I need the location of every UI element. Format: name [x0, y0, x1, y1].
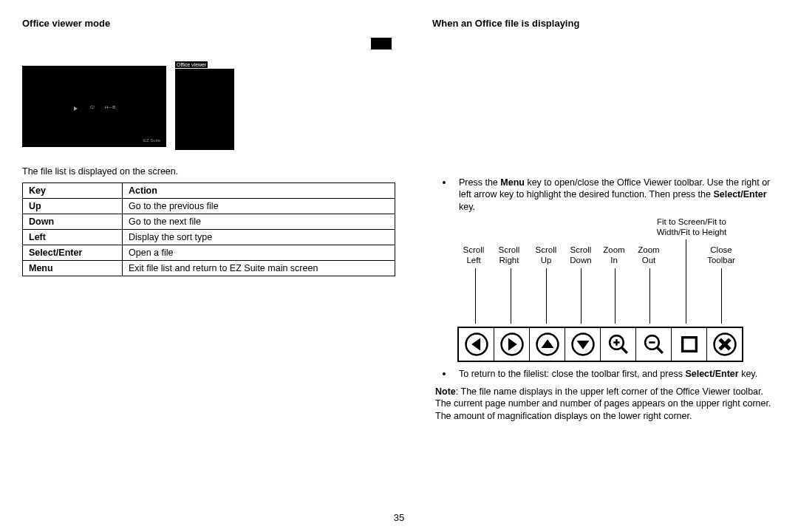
action-cell: Go to the next file [123, 214, 395, 230]
bullet-text: To return to the filelist: close the too… [459, 368, 757, 380]
label-scroll-up: ScrollUp [528, 245, 565, 266]
note-text: Note: The file name displays in the uppe… [435, 386, 776, 422]
connector-line [721, 268, 722, 324]
left-title: Office viewer mode [22, 18, 395, 29]
key-cell: Up [23, 199, 123, 214]
toolbar-scroll-left-icon [459, 328, 494, 361]
bullet-dot-icon [443, 372, 446, 375]
connector-line [511, 268, 511, 324]
table-row: Down Go to the next file [23, 214, 395, 230]
key-cell: Menu [23, 261, 123, 276]
bullet-text: Press the Menu key to open/close the Off… [459, 177, 776, 213]
office-viewer-screenshot-wrap: Office viewer [175, 66, 234, 150]
connector-line [686, 239, 686, 324]
header-key: Key [23, 183, 123, 199]
key-cell: Select/Enter [23, 245, 123, 261]
right-column: When an Office file is displaying Press … [432, 18, 776, 422]
table-row: Up Go to the previous file [23, 199, 395, 214]
svg-line-9 [657, 347, 663, 353]
action-cell: Open a file [123, 245, 395, 261]
table-row: Menu Exit file list and return to EZ Sui… [23, 261, 395, 276]
table-row: Select/Enter Open a file [23, 245, 395, 261]
toolbar-scroll-up-icon [530, 328, 565, 361]
toolbar-scroll-right-icon [494, 328, 530, 361]
header-action: Action [123, 183, 395, 199]
label-scroll-left: ScrollLeft [455, 245, 492, 266]
action-cell: Exit file list and return to EZ Suite ma… [123, 261, 395, 276]
connector-line [581, 268, 582, 324]
toolbar-close-icon [707, 328, 742, 361]
label-fit: Fit to Screen/Fit toWidth/Fit to Height [647, 217, 736, 238]
toolbar-diagram: Fit to Screen/Fit toWidth/Fit to Height … [459, 228, 776, 361]
key-cell: Left [23, 230, 123, 245]
toolbar-zoom-in-icon [601, 328, 636, 361]
toolbar-fit-icon [672, 328, 707, 361]
file-list-screenshot: C/ H---B EZ Suite [22, 66, 166, 147]
thumbnail-row: C/ H---B EZ Suite Office viewer [22, 66, 395, 150]
bullet-dot-icon [443, 181, 446, 184]
label-close-toolbar: CloseToolbar [703, 245, 740, 266]
action-cell: Go to the previous file [123, 199, 395, 214]
label-zoom-out: ZoomOut [630, 245, 667, 266]
toolbar-scroll-down-icon [565, 328, 601, 361]
page-content: Office viewer mode C/ H---B EZ Suite Off… [0, 0, 798, 422]
file-list-caption: The file list is displayed on the screen… [22, 166, 395, 177]
connector-line [615, 268, 615, 324]
table-header-row: Key Action [23, 183, 395, 199]
office-viewer-toolbar [459, 328, 742, 361]
page-marker [371, 38, 392, 50]
key-cell: Down [23, 214, 123, 230]
bullet-item: Press the Menu key to open/close the Off… [432, 177, 776, 213]
page-number: 35 [0, 512, 798, 523]
bullet-item: To return to the filelist: close the too… [432, 368, 776, 380]
key-action-table: Key Action Up Go to the previous file Do… [22, 183, 395, 276]
left-column: Office viewer mode C/ H---B EZ Suite Off… [22, 18, 395, 422]
svg-rect-11 [682, 337, 696, 351]
label-zoom-in: ZoomIn [596, 245, 632, 266]
thumb2-label: Office viewer [175, 61, 208, 68]
connector-line [475, 268, 476, 324]
toolbar-zoom-out-icon [636, 328, 672, 361]
office-viewer-screenshot [175, 69, 234, 150]
connector-line [546, 268, 547, 324]
right-title: When an Office file is displaying [432, 18, 776, 29]
connector-line [649, 268, 650, 324]
action-cell: Display the sort type [123, 230, 395, 245]
table-row: Left Display the sort type [23, 230, 395, 245]
label-scroll-down: ScrollDown [562, 245, 599, 266]
label-scroll-right: ScrollRight [491, 245, 528, 266]
svg-line-5 [621, 347, 627, 353]
